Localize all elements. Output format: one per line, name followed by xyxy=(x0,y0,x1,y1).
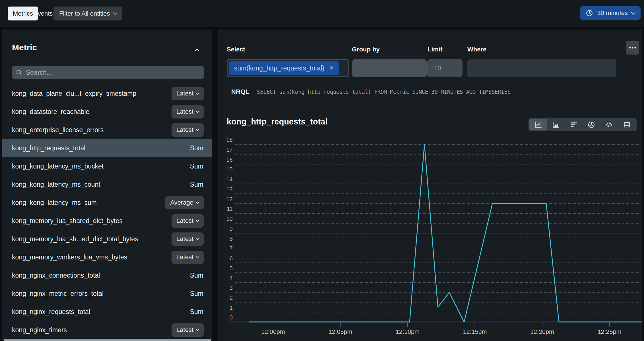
metric-name: kong_nginx_metric_errors_total xyxy=(12,290,104,298)
x-axis-tick-label: 12:15pm xyxy=(463,328,487,335)
where-field[interactable] xyxy=(467,59,616,77)
select-chip-label: sum(kong_http_requests_total) xyxy=(234,65,324,72)
metric-name: kong_nginx_timers xyxy=(12,326,67,334)
aggregation-label: Sum xyxy=(190,144,203,152)
limit-label: Limit xyxy=(428,46,443,53)
metric-list-item[interactable]: kong_nginx_timers Latest xyxy=(2,321,212,339)
y-axis-tick-label: 7 xyxy=(230,245,233,251)
metric-list-item[interactable]: kong_nginx_connections_total Sum xyxy=(2,266,212,284)
y-axis-tick-label: 2 xyxy=(230,295,233,301)
timeseries-chart[interactable]: 012345678910111213141516171812:00pm12:05… xyxy=(218,131,642,341)
metric-list-item[interactable]: kong_memory_lua_shared_dict_bytes Latest xyxy=(2,212,212,230)
aggregation-label: Sum xyxy=(190,163,203,170)
y-axis-tick-label: 5 xyxy=(230,265,233,271)
aggregation-label: Sum xyxy=(190,308,203,316)
aggregation-dropdown[interactable]: Average xyxy=(165,196,204,209)
nrql-row: NRQL SELECT sum(kong_http_requests_total… xyxy=(231,88,511,95)
group-by-field[interactable] xyxy=(352,59,427,77)
aggregation-label: Average xyxy=(170,199,193,206)
remove-chip-button[interactable]: ✕ xyxy=(329,65,334,71)
select-chip[interactable]: sum(kong_http_requests_total) ✕ xyxy=(229,61,339,75)
search-input[interactable] xyxy=(26,69,200,76)
metric-list-item[interactable]: kong_kong_latency_ms_count Sum xyxy=(2,175,212,194)
line-chart-icon[interactable] xyxy=(529,119,547,130)
ellipsis-icon xyxy=(629,47,636,49)
metric-list-item[interactable]: kong_http_requests_total Sum xyxy=(2,139,212,157)
y-axis-tick-label: 4 xyxy=(230,275,233,281)
metric-list-item[interactable]: kong_datastore_reachable Latest xyxy=(2,103,212,121)
nrql-tag: NRQL xyxy=(231,88,249,95)
search-icon xyxy=(16,69,22,76)
chevron-down-icon xyxy=(113,11,117,15)
chevron-up-icon xyxy=(195,48,199,53)
horizontal-scrollbar[interactable] xyxy=(4,339,211,341)
collapse-section-button[interactable] xyxy=(191,44,203,55)
more-options-button[interactable] xyxy=(626,41,639,55)
entity-filter-label: Filter to All entities xyxy=(59,10,110,17)
metric-list-item[interactable]: kong_nginx_metric_errors_total Sum xyxy=(2,284,212,303)
data-explorer: Metrics Events Filter to All entities 30… xyxy=(0,0,644,341)
y-axis-tick-label: 1 xyxy=(230,305,233,311)
y-axis-tick-label: 6 xyxy=(230,255,233,261)
area-chart-icon[interactable] xyxy=(547,119,565,130)
aggregation-label: Latest xyxy=(176,235,193,243)
metric-name: kong_kong_latency_ms_sum xyxy=(12,199,97,207)
y-axis-tick-label: 12 xyxy=(226,196,233,202)
y-axis-tick-label: 14 xyxy=(226,176,233,182)
chevron-down-icon xyxy=(196,218,199,222)
aggregation-dropdown[interactable]: Latest xyxy=(172,123,204,137)
clock-icon xyxy=(586,9,593,17)
metric-list-item[interactable]: kong_memory_lua_sh...ed_dict_total_bytes… xyxy=(2,230,212,248)
metric-list-item[interactable]: kong_kong_latency_ms_sum Average xyxy=(2,194,212,212)
aggregation-dropdown[interactable]: Latest xyxy=(172,214,204,228)
chevron-down-icon xyxy=(196,255,199,258)
x-axis-tick-label: 12:00pm xyxy=(261,328,285,335)
metric-list-item[interactable]: kong_enterprise_license_errors Latest xyxy=(2,121,212,139)
y-axis-tick-label: 17 xyxy=(226,147,233,153)
bar-chart-icon[interactable] xyxy=(565,119,583,130)
chevron-down-icon xyxy=(196,91,199,95)
time-picker-button[interactable]: 30 minutes xyxy=(580,6,641,20)
metric-list-item[interactable]: kong_nginx_requests_total Sum xyxy=(2,303,212,321)
y-axis-tick-label: 9 xyxy=(230,226,233,232)
aggregation-dropdown[interactable]: Latest xyxy=(172,232,204,246)
metric-name: kong_nginx_connections_total xyxy=(12,272,100,279)
aggregation-dropdown[interactable]: Latest xyxy=(172,323,204,337)
sidebar-title: Metric xyxy=(12,43,37,52)
select-label: Select xyxy=(227,46,245,53)
metric-name: kong_kong_latency_ms_count xyxy=(12,181,100,188)
events-tab[interactable]: Events xyxy=(34,7,53,20)
aggregation-label: Sum xyxy=(190,290,203,298)
aggregation-label: Sum xyxy=(190,181,203,188)
metric-list-item[interactable]: kong_kong_latency_ms_bucket Sum xyxy=(2,157,212,175)
aggregation-label: Latest xyxy=(176,253,193,261)
metric-name: kong_data_plane_clu...t_expiry_timestamp xyxy=(12,90,136,97)
code-icon[interactable] xyxy=(600,119,618,130)
y-axis-tick-label: 0 xyxy=(230,314,233,321)
chevron-down-icon xyxy=(631,10,636,14)
y-axis-tick-label: 15 xyxy=(226,166,233,172)
y-axis-tick-label: 16 xyxy=(226,157,233,163)
aggregation-dropdown[interactable]: Latest xyxy=(172,251,204,264)
where-label: Where xyxy=(467,46,486,53)
metric-name: kong_memory_workers_lua_vms_bytes xyxy=(12,253,127,261)
aggregation-label: Latest xyxy=(176,108,193,115)
metric-list-item[interactable]: kong_memory_workers_lua_vms_bytes Latest xyxy=(2,248,212,266)
aggregation-dropdown[interactable]: Latest xyxy=(172,105,204,118)
aggregation-label: Latest xyxy=(176,217,193,224)
pie-chart-icon[interactable] xyxy=(583,119,600,130)
y-axis-tick-label: 10 xyxy=(226,216,233,222)
select-field[interactable]: sum(kong_http_requests_total) ✕ xyxy=(227,59,349,77)
table-icon[interactable] xyxy=(618,119,636,130)
entity-filter-dropdown[interactable]: Filter to All entities xyxy=(53,7,122,20)
chevron-down-icon xyxy=(196,236,199,240)
y-axis-tick-label: 8 xyxy=(230,236,233,242)
metric-list-item[interactable]: kong_data_plane_clu...t_expiry_timestamp… xyxy=(2,84,212,103)
y-axis-tick-label: 13 xyxy=(226,186,233,192)
metric-name: kong_nginx_requests_total xyxy=(12,308,90,316)
y-axis-tick-label: 11 xyxy=(227,206,233,212)
metric-name: kong_memory_lua_shared_dict_bytes xyxy=(12,217,123,225)
limit-field[interactable]: 10 xyxy=(427,59,463,77)
aggregation-dropdown[interactable]: Latest xyxy=(172,87,204,100)
group-by-label: Group by xyxy=(352,46,380,53)
